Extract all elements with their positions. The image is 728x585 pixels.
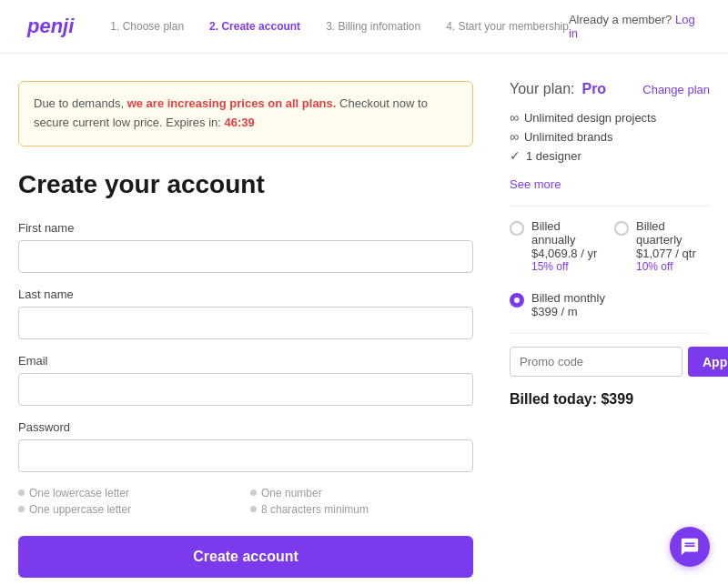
header: penji 1. Choose plan 2. Create account 3… — [0, 0, 728, 54]
hint-dot-4 — [250, 506, 257, 512]
email-input[interactable] — [18, 373, 473, 406]
last-name-input[interactable] — [18, 307, 473, 339]
notice-box: Due to demands, we are increasing prices… — [18, 81, 473, 146]
first-name-group: First name — [18, 221, 473, 273]
billing-quarterly-price: $1,077 / qtr — [636, 247, 710, 260]
notice-timer: 46:39 — [225, 116, 255, 129]
step-3: 3. Billing infomation — [326, 20, 420, 33]
billing-annual[interactable]: Billed annually $4,069.8 / yr 15% off — [510, 219, 605, 273]
chat-icon — [680, 537, 700, 557]
password-label: Password — [18, 420, 473, 434]
notice-text-before: Due to demands, — [34, 96, 124, 110]
billing-annual-price: $4,069.8 / yr — [531, 247, 605, 260]
change-plan-link[interactable]: Change plan — [642, 83, 710, 96]
plan-header: Your plan: Pro Change plan — [510, 81, 710, 97]
hint-2: One number — [250, 487, 473, 499]
step-4: 4. Start your membership — [446, 20, 569, 33]
billing-annual-label: Billed annually — [531, 219, 605, 247]
radio-quarterly[interactable] — [614, 221, 629, 236]
plan-features: ∞ Unlimited design projects ∞ Unlimited … — [510, 110, 710, 163]
first-name-label: First name — [18, 221, 473, 235]
form-title: Create your account — [18, 170, 473, 199]
radio-monthly[interactable] — [510, 293, 524, 308]
billing-options: Billed annually $4,069.8 / yr 15% off Bi… — [510, 219, 710, 318]
billing-quarterly[interactable]: Billed quarterly $1,077 / qtr 10% off — [614, 219, 710, 273]
main-content: Due to demands, we are increasing prices… — [0, 54, 728, 585]
feature-1: ∞ Unlimited design projects — [510, 110, 710, 125]
logo: penji — [27, 15, 74, 38]
chat-bubble[interactable] — [670, 527, 710, 567]
last-name-label: Last name — [18, 287, 473, 301]
password-hints: One lowercase letter One number One uppe… — [18, 487, 473, 516]
billing-annual-inner: Billed annually $4,069.8 / yr 15% off — [531, 219, 605, 273]
billing-quarterly-option[interactable]: Billed quarterly $1,077 / qtr 10% off — [614, 219, 710, 273]
last-name-group: Last name — [18, 287, 473, 339]
right-panel: Your plan: Pro Change plan ∞ Unlimited d… — [510, 81, 710, 585]
billed-amount: $399 — [601, 391, 633, 407]
plan-label: Your plan: — [510, 81, 574, 97]
infinity-icon-1: ∞ — [510, 110, 519, 125]
promo-input[interactable] — [510, 347, 682, 377]
infinity-icon-2: ∞ — [510, 129, 519, 144]
divider-2 — [510, 333, 710, 334]
first-name-input[interactable] — [18, 240, 473, 273]
divider-1 — [510, 206, 710, 207]
promo-row: Apply — [510, 347, 710, 377]
step-1: 1. Choose plan — [110, 20, 184, 33]
billing-quarterly-label: Billed quarterly — [636, 219, 710, 247]
email-label: Email — [18, 354, 473, 368]
radio-annual[interactable] — [510, 221, 524, 236]
hint-dot-3 — [18, 506, 25, 512]
billing-monthly-option[interactable]: Billed monthly $399 / m — [510, 291, 710, 318]
apply-button[interactable]: Apply — [688, 347, 728, 377]
billing-monthly-label: Billed monthly — [531, 291, 605, 305]
billed-today: Billed today: $399 — [510, 391, 710, 408]
email-group: Email — [18, 354, 473, 406]
hint-4: 8 characters minimum — [250, 503, 473, 516]
plan-name: Pro — [581, 81, 606, 97]
left-panel: Due to demands, we are increasing prices… — [18, 81, 473, 585]
feature-2: ∞ Unlimited brands — [510, 129, 710, 144]
billing-annual-discount: 15% off — [531, 260, 605, 273]
hint-dot-2 — [250, 489, 257, 496]
billing-monthly-inner: Billed monthly $399 / m — [531, 291, 605, 318]
billing-monthly-price: $399 / m — [531, 305, 605, 318]
billing-top-row: Billed annually $4,069.8 / yr 15% off Bi… — [510, 219, 710, 273]
step-2: 2. Create account — [209, 20, 300, 33]
notice-expires: Expires in: — [166, 116, 221, 129]
feature-3: ✓ 1 designer — [510, 148, 710, 163]
hint-1: One lowercase letter — [18, 487, 241, 499]
hint-dot-1 — [18, 489, 25, 496]
billing-annual-option[interactable]: Billed annually $4,069.8 / yr 15% off — [510, 219, 605, 273]
hint-3: One uppercase letter — [18, 503, 241, 516]
password-group: Password — [18, 420, 473, 472]
see-more-link[interactable]: See more — [510, 177, 710, 191]
password-input[interactable] — [18, 439, 473, 472]
steps-nav: 1. Choose plan 2. Create account 3. Bill… — [110, 20, 569, 33]
notice-highlight: we are increasing prices on all plans. — [127, 96, 337, 110]
already-member: Already a member? Log in — [569, 13, 701, 40]
check-icon: ✓ — [510, 148, 521, 163]
billing-quarterly-inner: Billed quarterly $1,077 / qtr 10% off — [636, 219, 710, 273]
billing-quarterly-discount: 10% off — [636, 260, 710, 273]
create-account-button[interactable]: Create account — [18, 536, 473, 578]
